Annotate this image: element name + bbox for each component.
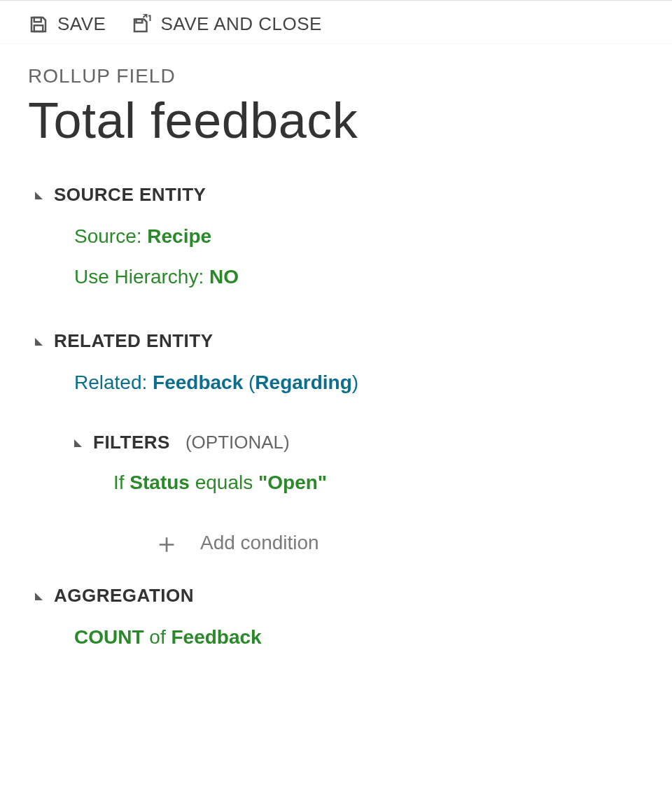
plus-icon: ＋: [153, 529, 181, 557]
section-heading: RELATED ENTITY: [54, 330, 214, 352]
save-icon: [28, 14, 49, 35]
aggregation-row[interactable]: COUNT of Feedback: [35, 622, 637, 663]
hierarchy-label: Use Hierarchy:: [74, 266, 209, 288]
related-label: Related:: [74, 372, 153, 393]
agg-func: COUNT: [74, 626, 144, 648]
related-paren-close: ): [352, 372, 358, 393]
save-and-close-label: SAVE AND CLOSE: [160, 13, 322, 35]
caret-icon: [74, 439, 82, 447]
related-row[interactable]: Related: Feedback (Regarding): [35, 367, 637, 408]
source-value: Recipe: [147, 225, 211, 247]
source-label: Source:: [74, 225, 147, 247]
related-via: Regarding: [255, 372, 351, 393]
save-button[interactable]: SAVE: [28, 13, 106, 35]
add-condition-label: Add condition: [200, 532, 319, 554]
filter-field: Status: [130, 472, 190, 493]
subsection-filters: FILTERS (OPTIONAL) If Status equals "Ope…: [74, 432, 637, 557]
page-header: ROLLUP FIELD Total feedback: [0, 44, 672, 156]
source-row[interactable]: Source: Recipe: [35, 221, 637, 262]
section-toggle-related[interactable]: RELATED ENTITY: [35, 330, 637, 352]
related-value: Feedback: [153, 372, 243, 393]
caret-icon: [35, 192, 43, 199]
filter-condition-row[interactable]: If Status equals "Open": [74, 467, 637, 508]
add-condition-button[interactable]: ＋ Add condition: [153, 529, 637, 557]
page-title: Total feedback: [28, 92, 644, 149]
rollup-editor: SOURCE ENTITY Source: Recipe Use Hierarc…: [0, 156, 672, 705]
caret-icon: [35, 593, 43, 600]
save-close-icon: [131, 14, 152, 35]
svg-rect-1: [34, 25, 43, 31]
hierarchy-value: NO: [209, 266, 239, 288]
section-source-entity: SOURCE ENTITY Source: Recipe Use Hierarc…: [35, 184, 637, 302]
save-and-close-button[interactable]: SAVE AND CLOSE: [131, 13, 322, 35]
agg-of: of: [144, 626, 172, 648]
toolbar: SAVE SAVE AND CLOSE: [0, 0, 672, 44]
section-heading: AGGREGATION: [54, 585, 194, 607]
section-heading: SOURCE ENTITY: [54, 184, 206, 206]
use-hierarchy-row[interactable]: Use Hierarchy: NO: [35, 262, 637, 302]
filter-op: equals: [190, 472, 258, 493]
related-paren-open: (: [243, 372, 255, 393]
section-toggle-aggregation[interactable]: AGGREGATION: [35, 585, 637, 607]
section-aggregation: AGGREGATION COUNT of Feedback: [35, 585, 637, 663]
svg-rect-2: [136, 19, 143, 22]
filters-optional: (OPTIONAL): [186, 432, 290, 453]
if-label: If: [113, 472, 130, 493]
section-toggle-filters[interactable]: FILTERS (OPTIONAL): [74, 432, 637, 453]
agg-target: Feedback: [171, 626, 261, 648]
svg-rect-0: [34, 17, 41, 22]
breadcrumb: ROLLUP FIELD: [28, 65, 644, 87]
caret-icon: [35, 338, 43, 346]
section-toggle-source[interactable]: SOURCE ENTITY: [35, 184, 637, 206]
filter-value: "Open": [258, 472, 327, 493]
section-related-entity: RELATED ENTITY Related: Feedback (Regard…: [35, 330, 637, 557]
save-label: SAVE: [57, 13, 106, 35]
filters-heading: FILTERS: [93, 432, 170, 453]
